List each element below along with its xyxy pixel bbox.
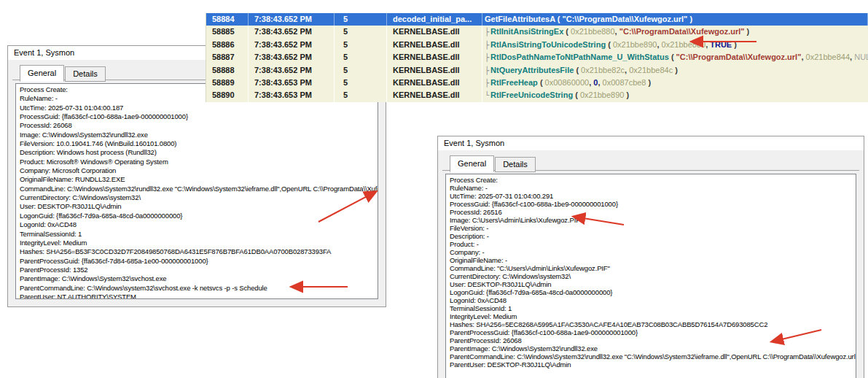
call-index: 58886 xyxy=(206,39,249,51)
event-text-line: Product: - xyxy=(450,240,856,248)
thread-id: 5 xyxy=(335,64,387,77)
event-text-line: ProcessGuid: {ffa636cf-c100-688a-1ae9-00… xyxy=(20,112,378,121)
event-text-line: LogonGuid: {ffa636cf-7d9a-685a-48cd-0a00… xyxy=(450,288,856,296)
tab-strip: GeneralDetails xyxy=(438,150,864,171)
api-call-text: GetFileAttributesA ( "C:\\ProgramData\\X… xyxy=(482,13,868,26)
api-call-row[interactable]: 588887:38:43.652 PM5KERNELBASE.dll├NtQue… xyxy=(206,64,868,77)
api-call-row[interactable]: 588907:38:43.653 PM5KERNELBASE.dll└RtlFr… xyxy=(206,89,868,101)
thread-id: 5 xyxy=(335,13,387,26)
event-text-line: Process Create: xyxy=(450,176,856,184)
call-time: 7:38:43.653 PM xyxy=(249,89,335,101)
event-text-line: TerminalSessionId: 1 xyxy=(20,230,378,239)
call-time: 7:38:43.652 PM xyxy=(249,64,335,77)
event-text-line: TerminalSessionId: 1 xyxy=(450,304,856,312)
event-details-text: Process Create:RuleName: -UtcTime: 2025-… xyxy=(15,83,378,299)
tab-page: Process Create:RuleName: -UtcTime: 2025-… xyxy=(442,170,859,378)
event-text-line: ParentImage: C:\Windows\System32\rundll3… xyxy=(450,344,856,352)
event-text-line: ParentProcessGuid: {ffa636cf-7d84-685a-1… xyxy=(20,257,378,266)
event-text-line: Company: Microsoft Corporation xyxy=(20,166,378,175)
event-text-line: ParentProcessId: 26068 xyxy=(450,336,856,344)
call-time: 7:38:43.652 PM xyxy=(249,51,335,63)
api-call-row[interactable]: 588847:38:43.652 PM5decoded_initial_pa..… xyxy=(206,13,868,26)
module-name: KERNELBASE.dll xyxy=(387,64,482,77)
call-index: 58889 xyxy=(206,77,249,89)
thread-id: 5 xyxy=(335,26,387,38)
call-time: 7:38:43.653 PM xyxy=(249,77,335,89)
api-monitor-call-table: 588847:38:43.652 PM5decoded_initial_pa..… xyxy=(206,13,868,102)
event-text-line: LogonGuid: {ffa636cf-7d9a-685a-48cd-0a00… xyxy=(20,212,378,220)
thread-id: 5 xyxy=(335,89,387,101)
event-text-line: CurrentDirectory: C:\Windows\system32\ xyxy=(450,272,856,280)
event-text-line: Product: Microsoft® Windows® Operating S… xyxy=(20,158,378,166)
event-text-line: User: DESKTOP-R30J1LQ\Admin xyxy=(450,280,856,288)
event-text-line: LogonId: 0xACD48 xyxy=(20,220,378,229)
module-name: KERNELBASE.dll xyxy=(387,89,482,101)
api-call-rows: 588847:38:43.652 PM5decoded_initial_pa..… xyxy=(206,13,868,102)
call-index: 58885 xyxy=(206,26,249,38)
event-text-line: Hashes: SHA256=5EC8268A5995A1FAC3530ACAF… xyxy=(450,320,856,328)
call-time: 7:38:43.652 PM xyxy=(249,13,335,26)
event-text-line: IntegrityLevel: Medium xyxy=(450,312,856,320)
event-text-line: UtcTime: 2025-07-31 01:04:00.291 xyxy=(450,192,856,200)
event-text-line: CommandLine: "C:\Users\Admin\Links\Xufew… xyxy=(450,264,856,272)
tree-connector: ├ xyxy=(485,28,489,36)
event-text-line: FileVersion: 10.0.19041.746 (WinBuild.16… xyxy=(20,139,378,148)
api-call-row[interactable]: 588897:38:43.653 PM5KERNELBASE.dll├RtlFr… xyxy=(206,77,868,89)
thread-id: 5 xyxy=(335,51,387,63)
tab-general[interactable]: General xyxy=(450,155,494,172)
call-index: 58888 xyxy=(206,64,249,77)
event-text-line: ParentImage: C:\Windows\System32\svchost… xyxy=(20,274,378,283)
call-index: 58884 xyxy=(206,13,249,26)
call-index: 58890 xyxy=(206,89,249,101)
event-text-line: ProcessId: 26068 xyxy=(20,121,378,130)
event-text-line: OriginalFileName: - xyxy=(450,256,856,264)
event-text-line: User: DESKTOP-R30J1LQ\Admin xyxy=(20,202,378,211)
event-text-line: ProcessGuid: {ffa636cf-c100-688a-1be9-00… xyxy=(450,200,856,208)
tree-connector: ├ xyxy=(485,41,489,49)
tree-connector: └ xyxy=(485,91,489,99)
event-text-line: ParentCommandLine: C:\Windows\System32\r… xyxy=(450,352,856,360)
module-name: decoded_initial_pa... xyxy=(387,13,482,26)
tree-connector: ├ xyxy=(485,53,489,61)
event-text-line: ParentUser: NT AUTHORITY\SYSTEM xyxy=(20,293,378,299)
event-text-line: ParentProcessId: 1352 xyxy=(20,266,378,274)
api-call-text: ├RtlDosPathNameToNtPathName_U_WithStatus… xyxy=(482,51,868,63)
event-details-text: Process Create:RuleName: -UtcTime: 2025-… xyxy=(445,174,856,378)
api-call-text: ├NtQueryAttributesFile ( 0x21bbe82c, 0x2… xyxy=(482,64,868,77)
tree-connector: ├ xyxy=(485,66,489,74)
event-text-line: Image: C:\Users\Admin\Links\Xufewgoz.PIF xyxy=(450,216,856,224)
event-text-line: ParentCommandLine: C:\Windows\system32\s… xyxy=(20,284,378,293)
module-name: KERNELBASE.dll xyxy=(387,39,482,51)
event-text-line: OriginalFileName: RUNDLL32.EXE xyxy=(20,175,378,184)
event-text-line: ProcessId: 26516 xyxy=(450,208,856,216)
module-name: KERNELBASE.dll xyxy=(387,51,482,63)
thread-id: 5 xyxy=(335,77,387,89)
event-text-line: CurrentDirectory: C:\Windows\system32\ xyxy=(20,193,378,202)
window-title: Event 1, Sysmon xyxy=(438,136,864,150)
api-call-text: ├RtlFreeHeap ( 0x00860000, 0, 0x0087cbe8… xyxy=(482,77,868,89)
call-index: 58887 xyxy=(206,51,249,63)
event-text-line: Company: - xyxy=(450,248,856,256)
module-name: KERNELBASE.dll xyxy=(387,26,482,38)
event-text-line: ParentUser: DESKTOP-R30J1LQ\Admin xyxy=(450,360,856,369)
tab-general[interactable]: General xyxy=(20,65,64,82)
tab-details[interactable]: Details xyxy=(65,66,106,82)
event-text-line: CommandLine: C:\Windows\System32\rundll3… xyxy=(20,185,378,193)
event-text-line: IntegrityLevel: Medium xyxy=(20,239,378,247)
call-time: 7:38:43.652 PM xyxy=(249,26,335,38)
module-name: KERNELBASE.dll xyxy=(387,77,482,89)
api-call-text: ├RtlAnsiStringToUnicodeString ( 0x21bbe8… xyxy=(482,39,868,51)
event-text-line: RuleName: - xyxy=(450,184,856,192)
event-text-line: FileVersion: - xyxy=(450,224,856,232)
tab-details[interactable]: Details xyxy=(495,157,536,172)
event-text-line: Hashes: SHA256=B53F3C0CD32D7F20849850768… xyxy=(20,247,378,256)
tree-connector: ├ xyxy=(485,79,489,87)
event-text-line: ParentProcessGuid: {ffa636cf-c100-688a-1… xyxy=(450,328,856,336)
sysmon-event-window-xufewgoz: Event 1, Sysmon GeneralDetails Process C… xyxy=(437,136,864,378)
event-text-line: Description: - xyxy=(450,232,856,240)
api-call-text: ├RtlInitAnsiStringEx ( 0x21bbe880, "C:\\… xyxy=(482,26,868,38)
api-call-row[interactable]: 588877:38:43.652 PM5KERNELBASE.dll├RtlDo… xyxy=(206,51,868,63)
event-text-line: LogonId: 0xACD48 xyxy=(450,296,856,304)
api-call-row[interactable]: 588867:38:43.652 PM5KERNELBASE.dll├RtlAn… xyxy=(206,39,868,51)
api-call-row[interactable]: 588857:38:43.652 PM5KERNELBASE.dll├RtlIn… xyxy=(206,26,868,38)
